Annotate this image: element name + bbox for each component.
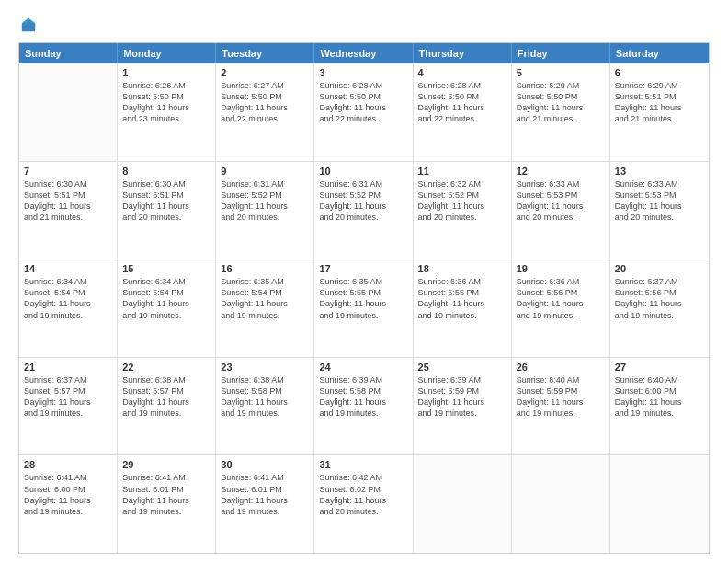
day-number: 7	[24, 166, 112, 177]
cell-info: Sunrise: 6:29 AM Sunset: 5:51 PM Dayligh…	[615, 80, 704, 125]
day-number: 15	[122, 263, 210, 274]
cal-cell-1-4: 11Sunrise: 6:32 AM Sunset: 5:52 PM Dayli…	[414, 162, 512, 259]
cell-info: Sunrise: 6:32 AM Sunset: 5:52 PM Dayligh…	[418, 178, 506, 224]
cell-info: Sunrise: 6:40 AM Sunset: 6:00 PM Dayligh…	[615, 374, 704, 419]
cal-cell-4-3: 31Sunrise: 6:42 AM Sunset: 6:02 PM Dayli…	[314, 455, 413, 553]
day-number: 12	[517, 166, 605, 177]
cell-info: Sunrise: 6:31 AM Sunset: 5:52 PM Dayligh…	[221, 178, 309, 224]
day-number: 1	[122, 67, 210, 78]
cell-info: Sunrise: 6:31 AM Sunset: 5:52 PM Dayligh…	[319, 178, 407, 224]
cal-cell-0-1: 1Sunrise: 6:26 AM Sunset: 5:50 PM Daylig…	[118, 63, 216, 161]
day-number: 19	[517, 263, 605, 274]
cell-info: Sunrise: 6:28 AM Sunset: 5:50 PM Dayligh…	[418, 80, 506, 125]
day-number: 27	[615, 362, 704, 373]
cal-cell-4-5	[512, 455, 610, 553]
day-number: 26	[517, 362, 605, 373]
calendar-row-3: 21Sunrise: 6:37 AM Sunset: 5:57 PM Dayli…	[19, 358, 709, 456]
cell-info: Sunrise: 6:30 AM Sunset: 5:51 PM Dayligh…	[24, 178, 112, 224]
logo	[18, 17, 37, 33]
cal-cell-2-0: 14Sunrise: 6:34 AM Sunset: 5:54 PM Dayli…	[19, 259, 118, 357]
day-number: 9	[221, 166, 309, 177]
cell-info: Sunrise: 6:41 AM Sunset: 6:01 PM Dayligh…	[122, 472, 210, 517]
cal-cell-1-0: 7Sunrise: 6:30 AM Sunset: 5:51 PM Daylig…	[19, 162, 118, 259]
day-number: 4	[418, 67, 506, 78]
day-number: 18	[418, 263, 506, 274]
cal-cell-1-1: 8Sunrise: 6:30 AM Sunset: 5:51 PM Daylig…	[118, 162, 216, 259]
day-number: 10	[319, 166, 407, 177]
header-saturday: Saturday	[610, 43, 709, 63]
cal-cell-1-6: 13Sunrise: 6:33 AM Sunset: 5:53 PM Dayli…	[610, 162, 709, 259]
day-number: 11	[418, 166, 506, 177]
header-wednesday: Wednesday	[314, 43, 413, 63]
day-number: 16	[221, 263, 309, 274]
cell-info: Sunrise: 6:37 AM Sunset: 5:56 PM Dayligh…	[615, 276, 704, 321]
calendar-row-2: 14Sunrise: 6:34 AM Sunset: 5:54 PM Dayli…	[19, 259, 709, 358]
cal-cell-2-1: 15Sunrise: 6:34 AM Sunset: 5:54 PM Dayli…	[118, 259, 216, 357]
day-number: 6	[615, 67, 704, 78]
cal-cell-2-6: 20Sunrise: 6:37 AM Sunset: 5:56 PM Dayli…	[610, 259, 709, 357]
cal-cell-3-0: 21Sunrise: 6:37 AM Sunset: 5:57 PM Dayli…	[19, 358, 118, 455]
day-number: 5	[517, 67, 605, 78]
cell-info: Sunrise: 6:34 AM Sunset: 5:54 PM Dayligh…	[122, 276, 210, 321]
cell-info: Sunrise: 6:38 AM Sunset: 5:57 PM Dayligh…	[122, 374, 210, 419]
day-number: 17	[319, 263, 407, 274]
cal-cell-0-5: 5Sunrise: 6:29 AM Sunset: 5:50 PM Daylig…	[512, 63, 610, 161]
cal-cell-2-2: 16Sunrise: 6:35 AM Sunset: 5:54 PM Dayli…	[216, 259, 314, 357]
cal-cell-0-3: 3Sunrise: 6:28 AM Sunset: 5:50 PM Daylig…	[314, 63, 413, 161]
day-number: 3	[319, 67, 407, 78]
day-number: 23	[221, 362, 309, 373]
cell-info: Sunrise: 6:33 AM Sunset: 5:53 PM Dayligh…	[615, 178, 704, 224]
logo-icon	[20, 17, 37, 33]
cell-info: Sunrise: 6:39 AM Sunset: 5:58 PM Dayligh…	[319, 374, 407, 419]
cell-info: Sunrise: 6:28 AM Sunset: 5:50 PM Dayligh…	[319, 80, 407, 125]
calendar-body: 1Sunrise: 6:26 AM Sunset: 5:50 PM Daylig…	[19, 63, 709, 553]
cal-cell-1-2: 9Sunrise: 6:31 AM Sunset: 5:52 PM Daylig…	[216, 162, 314, 259]
cell-info: Sunrise: 6:36 AM Sunset: 5:56 PM Dayligh…	[517, 276, 605, 321]
cal-cell-3-5: 26Sunrise: 6:40 AM Sunset: 5:59 PM Dayli…	[512, 358, 610, 455]
cell-info: Sunrise: 6:42 AM Sunset: 6:02 PM Dayligh…	[319, 472, 407, 517]
day-number: 21	[24, 362, 112, 373]
cell-info: Sunrise: 6:40 AM Sunset: 5:59 PM Dayligh…	[517, 374, 605, 419]
day-number: 14	[24, 263, 112, 274]
cal-cell-0-4: 4Sunrise: 6:28 AM Sunset: 5:50 PM Daylig…	[414, 63, 512, 161]
day-number: 25	[418, 362, 506, 373]
cal-cell-3-3: 24Sunrise: 6:39 AM Sunset: 5:58 PM Dayli…	[314, 358, 413, 455]
day-number: 8	[122, 166, 210, 177]
calendar-row-0: 1Sunrise: 6:26 AM Sunset: 5:50 PM Daylig…	[19, 63, 709, 162]
day-number: 13	[615, 166, 704, 177]
calendar-row-4: 28Sunrise: 6:41 AM Sunset: 6:00 PM Dayli…	[19, 455, 709, 553]
calendar: Sunday Monday Tuesday Wednesday Thursday…	[18, 42, 710, 554]
calendar-header: Sunday Monday Tuesday Wednesday Thursday…	[19, 43, 709, 63]
day-number: 20	[615, 263, 704, 274]
day-number: 24	[319, 362, 407, 373]
svg-marker-0	[22, 18, 35, 31]
day-number: 29	[122, 459, 210, 470]
day-number: 30	[221, 459, 309, 470]
cal-cell-4-2: 30Sunrise: 6:41 AM Sunset: 6:01 PM Dayli…	[216, 455, 314, 553]
cal-cell-1-5: 12Sunrise: 6:33 AM Sunset: 5:53 PM Dayli…	[512, 162, 610, 259]
day-number: 31	[319, 459, 407, 470]
cell-info: Sunrise: 6:35 AM Sunset: 5:55 PM Dayligh…	[319, 276, 407, 321]
cal-cell-1-3: 10Sunrise: 6:31 AM Sunset: 5:52 PM Dayli…	[314, 162, 413, 259]
cal-cell-3-4: 25Sunrise: 6:39 AM Sunset: 5:59 PM Dayli…	[414, 358, 512, 455]
cell-info: Sunrise: 6:26 AM Sunset: 5:50 PM Dayligh…	[122, 80, 210, 125]
cell-info: Sunrise: 6:41 AM Sunset: 6:01 PM Dayligh…	[221, 472, 309, 517]
cal-cell-4-1: 29Sunrise: 6:41 AM Sunset: 6:01 PM Dayli…	[118, 455, 216, 553]
cell-info: Sunrise: 6:38 AM Sunset: 5:58 PM Dayligh…	[221, 374, 309, 419]
day-number: 22	[122, 362, 210, 373]
cal-cell-0-2: 2Sunrise: 6:27 AM Sunset: 5:50 PM Daylig…	[216, 63, 314, 161]
cal-cell-3-6: 27Sunrise: 6:40 AM Sunset: 6:00 PM Dayli…	[610, 358, 709, 455]
day-number: 2	[221, 67, 309, 78]
header-sunday: Sunday	[19, 43, 118, 63]
cal-cell-0-0	[19, 63, 118, 161]
cal-cell-4-0: 28Sunrise: 6:41 AM Sunset: 6:00 PM Dayli…	[19, 455, 118, 553]
cell-info: Sunrise: 6:30 AM Sunset: 5:51 PM Dayligh…	[122, 178, 210, 224]
cell-info: Sunrise: 6:41 AM Sunset: 6:00 PM Dayligh…	[24, 472, 112, 517]
cell-info: Sunrise: 6:37 AM Sunset: 5:57 PM Dayligh…	[24, 374, 112, 419]
cell-info: Sunrise: 6:34 AM Sunset: 5:54 PM Dayligh…	[24, 276, 112, 321]
day-number: 28	[24, 459, 112, 470]
cal-cell-2-5: 19Sunrise: 6:36 AM Sunset: 5:56 PM Dayli…	[512, 259, 610, 357]
cal-cell-2-3: 17Sunrise: 6:35 AM Sunset: 5:55 PM Dayli…	[314, 259, 413, 357]
calendar-row-1: 7Sunrise: 6:30 AM Sunset: 5:51 PM Daylig…	[19, 162, 709, 260]
cell-info: Sunrise: 6:36 AM Sunset: 5:55 PM Dayligh…	[418, 276, 506, 321]
